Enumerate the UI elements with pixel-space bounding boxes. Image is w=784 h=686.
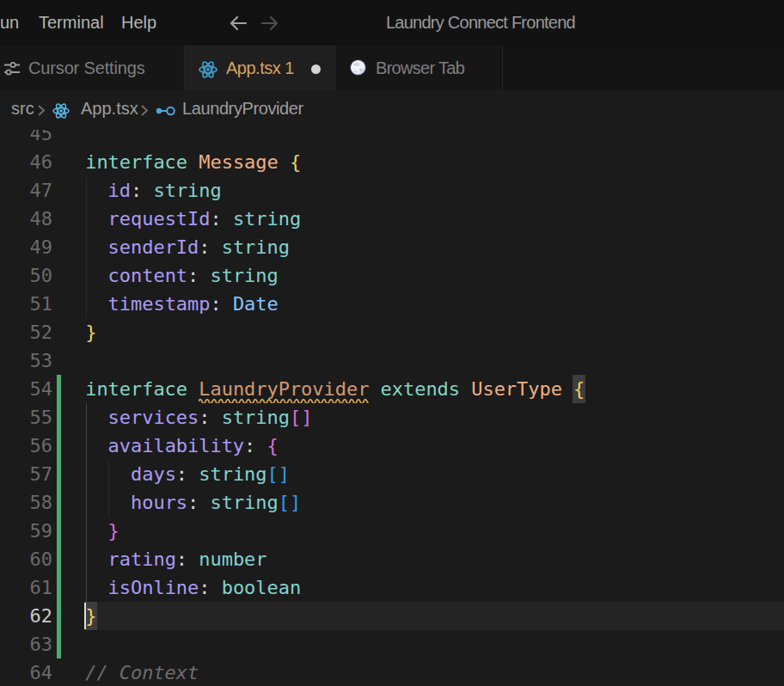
line-number: 51 bbox=[0, 290, 52, 318]
code-line-52[interactable]: 52} bbox=[0, 318, 784, 346]
tab-label: Cursor Settings bbox=[28, 46, 145, 90]
code-text: } bbox=[85, 318, 96, 346]
breadcrumb-item-file[interactable]: App.tsx bbox=[81, 90, 138, 127]
tab-app-tsx[interactable]: App.tsx 1 bbox=[185, 46, 335, 90]
nav-forward-icon[interactable] bbox=[260, 15, 279, 32]
code-text: senderId: string bbox=[85, 233, 290, 261]
code-line-45[interactable]: 45 bbox=[0, 130, 784, 148]
line-number: 45 bbox=[0, 130, 52, 148]
text-cursor bbox=[84, 603, 86, 629]
chevron-right-icon bbox=[37, 104, 46, 117]
code-line-62[interactable]: 62} bbox=[0, 602, 784, 630]
modified-lines-gutter-bar bbox=[57, 488, 61, 517]
code-line-63[interactable]: 63 bbox=[0, 630, 784, 658]
code-text: // Context bbox=[85, 658, 199, 686]
warning-squiggle bbox=[199, 397, 369, 403]
code-lines: 4546interface Message {47 id: string48 r… bbox=[0, 130, 784, 686]
line-number: 54 bbox=[0, 375, 52, 403]
code-text: } bbox=[85, 517, 119, 545]
window-title: Laundry Connect Frontend bbox=[386, 0, 575, 46]
line-number: 63 bbox=[0, 630, 52, 658]
code-line-61[interactable]: 61 isOnline: boolean bbox=[0, 573, 784, 602]
breadcrumb-item-symbol[interactable]: LaundryProvider bbox=[182, 90, 303, 127]
code-line-47[interactable]: 47 id: string bbox=[0, 176, 784, 205]
modified-lines-gutter-bar bbox=[57, 460, 61, 488]
code-line-48[interactable]: 48 requestId: string bbox=[0, 205, 784, 233]
line-number: 57 bbox=[0, 460, 52, 488]
code-text: } bbox=[85, 602, 96, 630]
react-icon bbox=[52, 102, 70, 119]
code-line-57[interactable]: 57 days: string[] bbox=[0, 460, 784, 488]
code-text: services: string[] bbox=[85, 403, 312, 432]
code-text: id: string bbox=[85, 176, 222, 205]
line-number: 53 bbox=[0, 346, 52, 375]
line-number: 62 bbox=[0, 602, 52, 630]
current-line-highlight bbox=[85, 602, 784, 630]
line-number: 58 bbox=[0, 488, 52, 517]
code-text: content: string bbox=[85, 261, 279, 290]
code-line-60[interactable]: 60 rating: number bbox=[0, 545, 784, 573]
code-text: timestamp: Date bbox=[85, 290, 279, 318]
line-number: 60 bbox=[0, 545, 52, 573]
line-number: 59 bbox=[0, 517, 52, 545]
menu-item-run[interactable]: un bbox=[0, 0, 19, 46]
code-editor: 4546interface Message {47 id: string48 r… bbox=[0, 130, 784, 686]
chevron-right-icon bbox=[140, 104, 149, 117]
modified-lines-gutter-bar bbox=[57, 545, 61, 573]
globe-icon bbox=[349, 58, 367, 77]
line-number: 64 bbox=[0, 658, 52, 686]
line-number: 55 bbox=[0, 403, 52, 432]
modified-lines-gutter-bar bbox=[57, 403, 61, 432]
modified-lines-gutter-bar bbox=[57, 573, 61, 602]
code-text: rating: number bbox=[85, 545, 266, 573]
breadcrumb: src App.tsx LaundryProvider bbox=[0, 90, 784, 127]
code-line-58[interactable]: 58 hours: string[] bbox=[0, 488, 784, 517]
code-line-56[interactable]: 56 availability: { bbox=[0, 432, 784, 460]
code-text: interface Message { bbox=[85, 148, 301, 176]
tab-bar: Cursor Settings App.tsx 1 bbox=[0, 46, 784, 90]
modified-lines-gutter-bar bbox=[57, 630, 61, 658]
code-text: availability: { bbox=[85, 432, 279, 460]
modified-lines-gutter-bar bbox=[57, 517, 61, 545]
tab-label: Browser Tab bbox=[376, 46, 464, 90]
code-text: isOnline: boolean bbox=[85, 573, 301, 602]
breadcrumb-item-src[interactable]: src bbox=[11, 90, 34, 127]
sliders-icon bbox=[3, 59, 21, 77]
react-icon bbox=[199, 60, 217, 79]
code-line-55[interactable]: 55 services: string[] bbox=[0, 403, 784, 432]
code-line-49[interactable]: 49 senderId: string bbox=[0, 233, 784, 261]
code-line-46[interactable]: 46interface Message { bbox=[0, 148, 784, 176]
code-text: hours: string[] bbox=[85, 488, 301, 517]
code-line-59[interactable]: 59 } bbox=[0, 517, 784, 545]
menu-item-help[interactable]: Help bbox=[121, 0, 156, 46]
title-bar: un Terminal Help Laundry Connect Fronten… bbox=[0, 0, 784, 46]
line-number: 49 bbox=[0, 233, 52, 261]
code-text: requestId: string bbox=[85, 205, 301, 233]
code-text: days: string[] bbox=[85, 460, 290, 488]
interface-symbol-icon bbox=[156, 104, 175, 118]
line-number: 56 bbox=[0, 432, 52, 460]
line-number: 52 bbox=[0, 318, 52, 346]
modified-lines-gutter-bar bbox=[57, 602, 61, 630]
line-number: 50 bbox=[0, 261, 52, 290]
line-number: 48 bbox=[0, 205, 52, 233]
code-line-64[interactable]: 64// Context bbox=[0, 658, 784, 686]
modified-lines-gutter-bar bbox=[57, 432, 61, 460]
tab-cursor-settings[interactable]: Cursor Settings bbox=[0, 46, 185, 90]
nav-back-icon[interactable] bbox=[229, 15, 248, 32]
tab-browser[interactable]: Browser Tab bbox=[335, 46, 503, 90]
line-number: 47 bbox=[0, 176, 52, 205]
modified-dot[interactable] bbox=[311, 64, 321, 74]
code-line-51[interactable]: 51 timestamp: Date bbox=[0, 290, 784, 318]
tab-label: App.tsx 1 bbox=[226, 46, 294, 90]
menu-item-terminal[interactable]: Terminal bbox=[39, 0, 104, 46]
code-line-54[interactable]: 54interface LaundryProvider extends User… bbox=[0, 375, 784, 403]
code-line-53[interactable]: 53 bbox=[0, 346, 784, 375]
line-number: 61 bbox=[0, 573, 52, 602]
code-line-50[interactable]: 50 content: string bbox=[0, 261, 784, 290]
line-number: 46 bbox=[0, 148, 52, 176]
modified-lines-gutter-bar bbox=[57, 375, 61, 403]
